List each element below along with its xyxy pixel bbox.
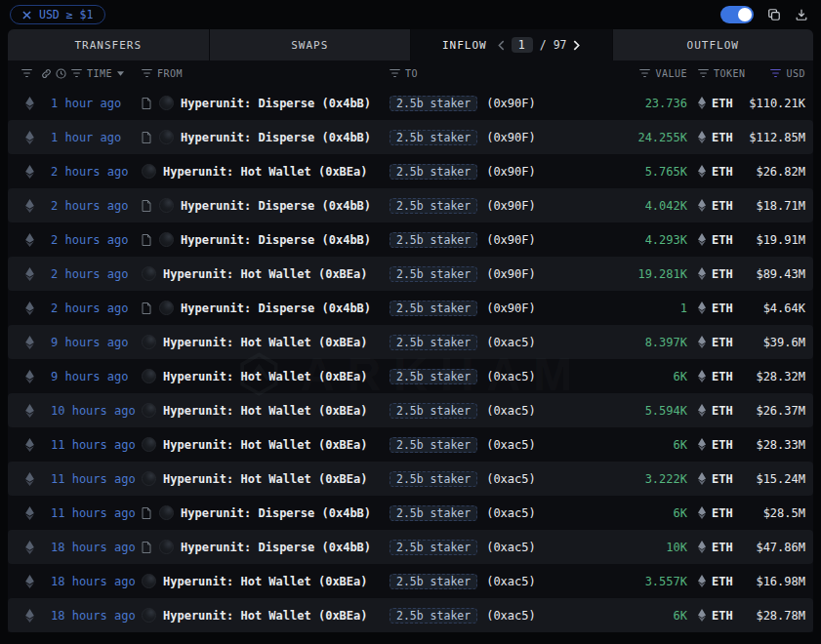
to-address[interactable]: (0x90F) bbox=[486, 302, 536, 315]
table-row[interactable]: 9 hours ago Hyperunit: Hot Wallet (0xBEa… bbox=[8, 325, 813, 359]
from-entity[interactable]: Hyperunit: Disperse (0x4bB) bbox=[181, 131, 371, 144]
to-entity-chip[interactable]: 2.5b staker bbox=[390, 608, 477, 624]
document-icon[interactable] bbox=[142, 200, 152, 212]
from-entity[interactable]: Hyperunit: Hot Wallet (0xBEa) bbox=[163, 404, 368, 418]
document-icon[interactable] bbox=[142, 302, 152, 314]
to-address[interactable]: (0x90F) bbox=[486, 233, 536, 247]
tx-time[interactable]: 11 hours ago bbox=[51, 506, 142, 520]
to-address[interactable]: (0xac5) bbox=[486, 370, 536, 383]
page-number[interactable]: 1 bbox=[512, 37, 533, 53]
to-address[interactable]: (0x90F) bbox=[486, 165, 536, 179]
from-entity[interactable]: Hyperunit: Disperse (0x4bB) bbox=[181, 302, 371, 315]
from-entity[interactable]: Hyperunit: Disperse (0x4bB) bbox=[181, 199, 371, 213]
tab-transfers[interactable]: TRANSFERS bbox=[8, 29, 210, 60]
to-entity-chip[interactable]: 2.5b staker bbox=[390, 164, 477, 180]
to-entity-chip[interactable]: 2.5b staker bbox=[390, 266, 477, 282]
to-entity-chip[interactable]: 2.5b staker bbox=[390, 471, 477, 487]
table-row[interactable]: 2 hours ago Hyperunit: Disperse (0x4bB) … bbox=[8, 188, 813, 222]
from-entity[interactable]: Hyperunit: Hot Wallet (0xBEa) bbox=[163, 165, 368, 179]
chevron-left-icon[interactable] bbox=[498, 40, 505, 51]
tx-time[interactable]: 1 hour ago bbox=[51, 131, 142, 144]
from-entity[interactable]: Hyperunit: Disperse (0x4bB) bbox=[181, 541, 371, 554]
table-row[interactable]: 18 hours ago Hyperunit: Hot Wallet (0xBE… bbox=[8, 564, 813, 598]
filter-icon[interactable] bbox=[21, 68, 32, 78]
table-row[interactable]: 2 hours ago Hyperunit: Hot Wallet (0xBEa… bbox=[8, 154, 813, 188]
tx-time[interactable]: 11 hours ago bbox=[51, 438, 142, 452]
to-address[interactable]: (0x90F) bbox=[486, 199, 536, 213]
clock-icon[interactable] bbox=[56, 68, 66, 79]
from-entity[interactable]: Hyperunit: Disperse (0x4bB) bbox=[181, 506, 371, 520]
chevron-right-icon[interactable] bbox=[573, 40, 580, 51]
token-symbol[interactable]: ETH bbox=[712, 165, 733, 179]
tx-time[interactable]: 18 hours ago bbox=[51, 609, 142, 623]
table-row[interactable]: 9 hours ago Hyperunit: Hot Wallet (0xBEa… bbox=[8, 359, 813, 393]
from-entity[interactable]: Hyperunit: Hot Wallet (0xBEa) bbox=[163, 609, 368, 623]
to-address[interactable]: (0x90F) bbox=[486, 267, 536, 281]
to-address[interactable]: (0xac5) bbox=[486, 541, 536, 554]
to-address[interactable]: (0x90F) bbox=[486, 131, 536, 144]
from-entity[interactable]: Hyperunit: Hot Wallet (0xBEa) bbox=[163, 438, 368, 452]
to-address[interactable]: (0xac5) bbox=[486, 506, 536, 520]
token-symbol[interactable]: ETH bbox=[712, 438, 733, 452]
to-address[interactable]: (0xac5) bbox=[486, 438, 536, 452]
tx-time[interactable]: 9 hours ago bbox=[51, 336, 142, 349]
token-symbol[interactable]: ETH bbox=[712, 302, 733, 315]
tx-time[interactable]: 2 hours ago bbox=[51, 267, 142, 281]
download-icon[interactable] bbox=[795, 8, 808, 21]
to-entity-chip[interactable]: 2.5b staker bbox=[390, 574, 477, 589]
to-address[interactable]: (0xac5) bbox=[486, 336, 536, 349]
token-symbol[interactable]: ETH bbox=[712, 575, 733, 588]
to-entity-chip[interactable]: 2.5b staker bbox=[390, 96, 477, 111]
to-address[interactable]: (0xac5) bbox=[486, 472, 536, 486]
token-symbol[interactable]: ETH bbox=[712, 506, 733, 520]
from-entity[interactable]: Hyperunit: Disperse (0x4bB) bbox=[181, 97, 371, 110]
table-row[interactable]: 11 hours ago Hyperunit: Hot Wallet (0xBE… bbox=[8, 462, 813, 496]
token-symbol[interactable]: ETH bbox=[712, 370, 733, 383]
token-symbol[interactable]: ETH bbox=[712, 131, 733, 144]
tx-time[interactable]: 11 hours ago bbox=[51, 472, 142, 486]
from-entity[interactable]: Hyperunit: Hot Wallet (0xBEa) bbox=[163, 575, 368, 588]
to-address[interactable]: (0xac5) bbox=[486, 609, 536, 623]
tx-time[interactable]: 18 hours ago bbox=[51, 575, 142, 588]
tx-time[interactable]: 2 hours ago bbox=[51, 302, 142, 315]
tx-time[interactable]: 18 hours ago bbox=[51, 541, 142, 554]
table-row[interactable]: 1 hour ago Hyperunit: Disperse (0x4bB) 2… bbox=[8, 86, 813, 120]
token-symbol[interactable]: ETH bbox=[712, 267, 733, 281]
table-row[interactable]: 10 hours ago Hyperunit: Hot Wallet (0xBE… bbox=[8, 393, 813, 427]
to-address[interactable]: (0xac5) bbox=[486, 575, 536, 588]
close-icon[interactable] bbox=[22, 11, 31, 20]
token-symbol[interactable]: ETH bbox=[712, 609, 733, 623]
token-symbol[interactable]: ETH bbox=[712, 404, 733, 418]
document-icon[interactable] bbox=[142, 507, 152, 519]
tab-inflow[interactable]: INFLOW 1 / 97 bbox=[411, 29, 613, 60]
table-row[interactable]: 2 hours ago Hyperunit: Disperse (0x4bB) … bbox=[8, 291, 813, 325]
to-entity-chip[interactable]: 2.5b staker bbox=[390, 369, 477, 384]
tx-time[interactable]: 2 hours ago bbox=[51, 165, 142, 179]
tx-time[interactable]: 1 hour ago bbox=[51, 97, 142, 110]
table-row[interactable]: 2 hours ago Hyperunit: Disperse (0x4bB) … bbox=[8, 222, 813, 257]
filter-icon[interactable] bbox=[698, 68, 709, 78]
filter-icon[interactable] bbox=[390, 68, 400, 78]
to-address[interactable]: (0xac5) bbox=[486, 404, 536, 418]
to-entity-chip[interactable]: 2.5b staker bbox=[390, 130, 477, 145]
column-header-value[interactable]: VALUE bbox=[655, 68, 687, 79]
to-entity-chip[interactable]: 2.5b staker bbox=[390, 540, 477, 555]
link-icon[interactable] bbox=[41, 68, 52, 79]
from-entity[interactable]: Hyperunit: Hot Wallet (0xBEa) bbox=[163, 472, 368, 486]
document-icon[interactable] bbox=[142, 234, 152, 246]
usd-toggle[interactable] bbox=[720, 6, 754, 23]
column-header-usd[interactable]: USD bbox=[786, 68, 805, 79]
token-symbol[interactable]: ETH bbox=[712, 199, 733, 213]
to-entity-chip[interactable]: 2.5b staker bbox=[390, 198, 477, 214]
document-icon[interactable] bbox=[142, 132, 152, 143]
tx-time[interactable]: 2 hours ago bbox=[51, 199, 142, 213]
from-entity[interactable]: Hyperunit: Disperse (0x4bB) bbox=[181, 233, 371, 247]
token-symbol[interactable]: ETH bbox=[712, 233, 733, 247]
column-header-from[interactable]: FROM bbox=[157, 68, 183, 79]
column-header-time[interactable]: TIME bbox=[87, 68, 112, 79]
filter-icon[interactable] bbox=[71, 68, 82, 78]
chevron-down-icon[interactable] bbox=[117, 71, 124, 76]
usd-filter-chip[interactable]: USD ≥ $1 bbox=[10, 5, 105, 24]
token-symbol[interactable]: ETH bbox=[712, 472, 733, 486]
tab-outflow[interactable]: OUTFLOW bbox=[613, 29, 814, 60]
